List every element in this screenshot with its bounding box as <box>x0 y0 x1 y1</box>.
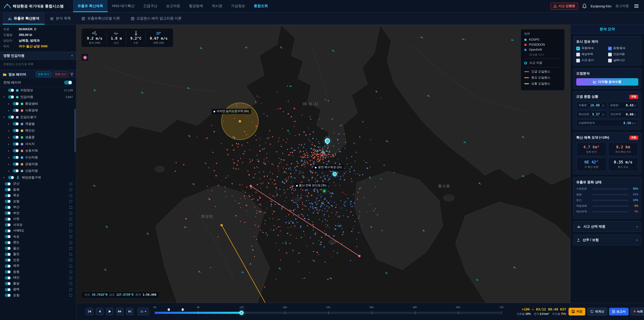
logout-button[interactable]: 로그아웃 <box>616 4 629 9</box>
layer-row-2-4[interactable]: ▸보호지역 <box>0 147 76 154</box>
region-map-icon[interactable] <box>70 259 72 262</box>
nav-item-3[interactable]: 보고자료 <box>162 0 184 12</box>
status-value[interactable]: 9.57 <box>590 112 602 116</box>
region-map-icon[interactable] <box>70 271 72 273</box>
layer-toggle[interactable] <box>5 288 11 291</box>
layer-row-1-1[interactable]: ▸사회경제 <box>0 107 76 114</box>
region-map-icon[interactable] <box>70 212 72 215</box>
region-map-icon[interactable] <box>70 218 72 220</box>
region-map-icon[interactable] <box>70 294 72 297</box>
nav-item-1[interactable]: HNS·대기확산 <box>108 0 139 12</box>
녹화-button[interactable]: 녹화 <box>630 307 644 315</box>
layer-toggle[interactable] <box>5 223 11 227</box>
region-row-12[interactable]: 울진 <box>0 251 76 257</box>
region-map-icon[interactable] <box>70 241 72 244</box>
collapsible-0[interactable]: 사고 선박 제원▸ <box>573 221 641 232</box>
layer-toggle[interactable] <box>8 95 14 99</box>
layer-toggle[interactable] <box>5 212 11 215</box>
layer-toggle[interactable] <box>5 217 11 221</box>
menu-icon[interactable] <box>633 3 640 9</box>
layer-row-2-5[interactable]: ▸수산자원 <box>0 154 76 161</box>
region-row-8[interactable]: 서해5도 <box>0 228 76 234</box>
region-map-icon[interactable] <box>70 282 72 285</box>
layers-all-on-button[interactable]: 전체 켜기 <box>36 72 51 77</box>
layer-row-2-6[interactable]: ▸관광자원 <box>0 161 76 167</box>
region-map-icon[interactable] <box>70 235 72 238</box>
impact-section-header[interactable]: 영향 민감자원 ▾ <box>0 52 76 60</box>
notification-bell-icon[interactable] <box>582 4 586 9</box>
sidebar-scrollbar[interactable] <box>74 109 76 152</box>
timeline-bookmark-0[interactable] <box>168 308 170 311</box>
layer-row-2-3[interactable]: ▸서식지 <box>0 141 76 147</box>
status-value[interactable]: 10.00 <box>588 103 602 107</box>
layer-row-2-0[interactable]: ▸계절별 <box>0 121 76 127</box>
simulation-canvas[interactable] <box>76 25 570 302</box>
map[interactable]: 여수시화양면돌산읍 여자만 습지보호구역 (6h)웅천 해수욕장 (1h)돌산 … <box>76 25 570 302</box>
region-map-icon[interactable] <box>70 288 72 291</box>
region-row-13[interactable]: 인천 <box>0 257 76 263</box>
region-row-0[interactable]: 군산 <box>0 181 76 187</box>
region-row-19[interactable]: 포항 <box>0 292 76 298</box>
tab-3[interactable]: 오일펜스 배치 알고리즘 이론 <box>126 13 187 25</box>
layer-toggle[interactable] <box>8 89 14 92</box>
layer-toggle[interactable] <box>5 182 11 186</box>
polygon-analysis-button[interactable]: 다각형 분석수행 <box>576 78 638 86</box>
보고서-button[interactable]: 보고서 <box>609 307 628 315</box>
region-map-icon[interactable] <box>70 188 72 191</box>
region-row-2[interactable]: 목포 <box>0 193 76 198</box>
region-row-10[interactable]: 완도 <box>0 240 76 245</box>
region-map-icon[interactable] <box>70 247 72 250</box>
layer-toggle[interactable] <box>5 282 11 285</box>
display-option-2[interactable]: 예상부착 <box>576 52 606 56</box>
region-row-16[interactable]: 태안 <box>0 275 76 281</box>
checkbox[interactable]: ✓ <box>576 47 580 50</box>
master-layer-toggle[interactable] <box>64 81 72 85</box>
display-option-0[interactable]: ✓유량/유속 <box>576 46 606 50</box>
nav-item-0[interactable]: 유출유 확산예측 <box>73 0 108 12</box>
nav-item-4[interactable]: 항공탐색 <box>184 0 207 12</box>
region-map-icon[interactable] <box>70 224 72 226</box>
region-map-icon[interactable] <box>70 253 72 256</box>
user-name[interactable]: Eunjeong Kim <box>590 4 612 8</box>
nav-item-2[interactable]: 긴급구난 <box>139 0 162 12</box>
region-row-15[interactable]: 창원 <box>0 269 76 275</box>
layer-toggle[interactable] <box>5 188 11 191</box>
skip-start-button[interactable] <box>86 308 93 315</box>
layer-row-1-0[interactable]: ▸환경생태 <box>0 100 76 107</box>
layer-row-0[interactable]: 어장정보17,129 <box>0 87 76 94</box>
display-option-1[interactable]: ✓풍향/풍속 <box>608 46 638 50</box>
layer-row-2-1[interactable]: ▸해안선 <box>0 127 76 134</box>
checkbox[interactable] <box>608 59 612 62</box>
tab-1[interactable]: 분석 목록 <box>45 13 76 25</box>
layer-toggle[interactable] <box>13 136 19 139</box>
play-button[interactable] <box>106 308 113 315</box>
region-row-17[interactable]: 통영 <box>0 281 76 287</box>
layer-toggle[interactable] <box>13 109 19 112</box>
region-row-6[interactable]: 사천 <box>0 216 76 222</box>
fast-forward-button[interactable] <box>116 308 124 315</box>
region-map-icon[interactable] <box>70 265 72 267</box>
nav-item-5[interactable]: 게시판 <box>207 0 226 12</box>
region-row-11[interactable]: 울산 <box>0 245 76 251</box>
map-marker-2[interactable]: 돌산 전복 양식장 (3h) <box>294 183 328 188</box>
region-map-icon[interactable] <box>70 200 72 203</box>
layer-toggle[interactable] <box>5 264 11 268</box>
region-row-14[interactable]: 제주 <box>0 263 76 269</box>
layer-toggle[interactable] <box>13 142 19 146</box>
nav-item-7[interactable]: 통합조회 <box>250 0 272 12</box>
layers-all-off-button[interactable]: 전체 끄기 <box>53 72 68 77</box>
satellite-layer-button[interactable] <box>81 54 88 61</box>
layer-toggle[interactable] <box>8 176 14 179</box>
layer-toggle[interactable] <box>5 235 11 238</box>
region-row-9[interactable]: 속초 <box>0 234 76 240</box>
layer-toggle[interactable] <box>13 162 19 166</box>
skip-end-button[interactable] <box>126 308 134 315</box>
layer-row-3[interactable]: ▾해양관찰구역 <box>0 174 76 181</box>
layer-toggle[interactable] <box>5 194 11 197</box>
step-back-button[interactable] <box>96 308 103 315</box>
layer-row-2-2[interactable]: ▸생물종 <box>0 134 76 141</box>
layer-toggle[interactable] <box>13 149 19 152</box>
checkbox[interactable] <box>576 59 580 62</box>
tab-2[interactable]: 유출유확산모델 이론 <box>76 13 126 25</box>
region-row-7[interactable]: 서귀포 <box>0 222 76 228</box>
